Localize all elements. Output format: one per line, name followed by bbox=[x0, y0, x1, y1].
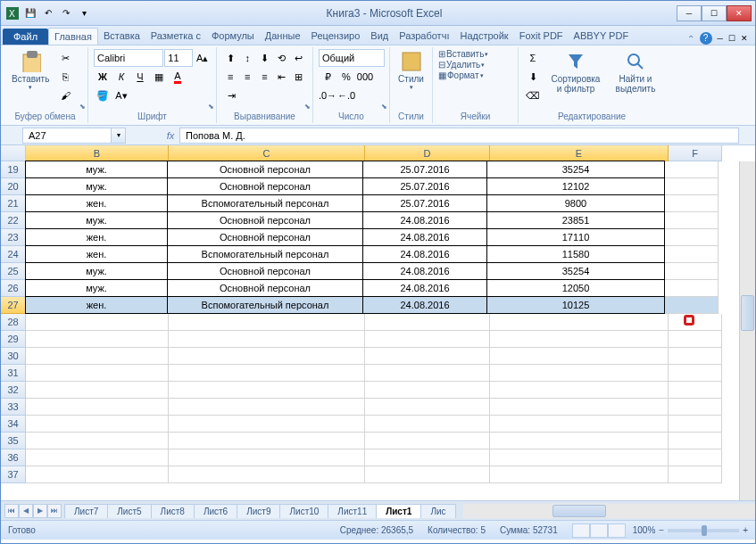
cell-E37[interactable] bbox=[490, 466, 669, 483]
ribbon-tab-8[interactable]: Надстройк bbox=[454, 28, 513, 45]
cell-F35[interactable] bbox=[669, 433, 722, 449]
cell-E20[interactable]: 12102 bbox=[486, 177, 665, 195]
page-break-view-button[interactable] bbox=[608, 523, 626, 538]
close-button[interactable]: ✕ bbox=[727, 5, 752, 21]
cell-C28[interactable] bbox=[169, 314, 365, 331]
row-header-25[interactable]: 25 bbox=[1, 263, 26, 280]
column-header-D[interactable]: D bbox=[365, 145, 490, 161]
ribbon-tab-10[interactable]: ABBYY PDF bbox=[569, 28, 635, 45]
font-size-combo[interactable]: 11 bbox=[164, 49, 193, 67]
align-center-icon[interactable]: ≡ bbox=[239, 68, 255, 86]
row-header-28[interactable]: 28 bbox=[1, 314, 26, 331]
help-icon[interactable]: ? bbox=[700, 32, 712, 45]
row-header-21[interactable]: 21 bbox=[1, 195, 26, 212]
cell-D24[interactable]: 24.08.2016 bbox=[362, 245, 487, 263]
normal-view-button[interactable] bbox=[572, 523, 590, 538]
copy-icon[interactable]: ⎘ bbox=[56, 68, 74, 86]
sheet-nav-last[interactable]: ⏭ bbox=[47, 504, 62, 518]
cell-D25[interactable]: 24.08.2016 bbox=[362, 262, 487, 280]
decrease-font-icon[interactable]: A▾ bbox=[112, 87, 130, 104]
cell-F20[interactable] bbox=[665, 178, 719, 195]
cell-B31[interactable] bbox=[26, 365, 169, 382]
cell-D29[interactable] bbox=[365, 331, 490, 348]
align-middle-icon[interactable]: ↕ bbox=[239, 49, 255, 67]
font-dialog-launcher[interactable]: ⬊ bbox=[208, 103, 214, 111]
wrap-text-icon[interactable]: ↩ bbox=[291, 49, 307, 67]
cell-C34[interactable] bbox=[169, 416, 365, 433]
cell-B19[interactable]: муж. bbox=[25, 161, 168, 178]
column-header-B[interactable]: B bbox=[26, 145, 169, 161]
row-header-37[interactable]: 37 bbox=[1, 466, 26, 483]
cell-D26[interactable]: 24.08.2016 bbox=[362, 279, 487, 297]
cell-E22[interactable]: 23851 bbox=[486, 211, 665, 229]
font-name-combo[interactable]: Calibri bbox=[94, 49, 163, 67]
comma-icon[interactable]: 000 bbox=[356, 68, 374, 86]
zoom-out-button[interactable]: − bbox=[659, 525, 664, 535]
cell-B20[interactable]: муж. bbox=[25, 177, 168, 195]
qat-more-icon[interactable]: ▾ bbox=[76, 5, 92, 21]
cell-D33[interactable] bbox=[365, 399, 490, 416]
cell-B37[interactable] bbox=[26, 466, 169, 483]
sheet-nav-first[interactable]: ⏮ bbox=[4, 504, 19, 518]
insert-cells-button[interactable]: ⊞Вставить▾ bbox=[438, 49, 512, 59]
cell-D36[interactable] bbox=[365, 449, 490, 466]
cell-E34[interactable] bbox=[490, 416, 669, 433]
cell-B24[interactable]: жен. bbox=[25, 245, 168, 263]
cell-F22[interactable] bbox=[665, 212, 719, 229]
merge-icon[interactable]: ⊞ bbox=[291, 68, 307, 86]
cell-B23[interactable]: жен. bbox=[25, 228, 168, 246]
doc-restore-icon[interactable]: ☐ bbox=[728, 34, 735, 43]
file-tab[interactable]: Файл bbox=[3, 29, 48, 45]
cell-D23[interactable]: 24.08.2016 bbox=[362, 228, 487, 246]
redo-icon[interactable]: ↷ bbox=[58, 5, 74, 21]
align-bottom-icon[interactable]: ⬇ bbox=[256, 49, 272, 67]
fill-color-icon[interactable]: 🪣 bbox=[94, 87, 112, 104]
row-header-35[interactable]: 35 bbox=[1, 433, 26, 449]
cell-C27[interactable]: Вспомогательный персонал bbox=[167, 296, 363, 314]
cell-F24[interactable] bbox=[665, 246, 719, 263]
cell-D32[interactable] bbox=[365, 382, 490, 399]
select-all-corner[interactable] bbox=[1, 145, 26, 161]
cell-E31[interactable] bbox=[490, 365, 669, 382]
sheet-tab-0[interactable]: Лист7 bbox=[64, 504, 108, 518]
cell-E33[interactable] bbox=[490, 399, 669, 416]
bold-button[interactable]: Ж bbox=[94, 68, 112, 86]
row-header-23[interactable]: 23 bbox=[1, 229, 26, 246]
cell-C30[interactable] bbox=[169, 348, 365, 365]
number-format-combo[interactable]: Общий bbox=[319, 49, 385, 67]
delete-cells-button[interactable]: ⊟Удалить▾ bbox=[438, 60, 512, 70]
cell-E21[interactable]: 9800 bbox=[486, 194, 665, 212]
cell-E26[interactable]: 12050 bbox=[486, 279, 665, 297]
horizontal-scroll-thumb[interactable] bbox=[552, 505, 606, 517]
cell-D30[interactable] bbox=[365, 348, 490, 365]
decrease-indent-icon[interactable]: ⇤ bbox=[274, 68, 290, 86]
fill-icon[interactable]: ⬇ bbox=[524, 68, 542, 86]
clipboard-dialog-launcher[interactable]: ⬊ bbox=[79, 103, 86, 111]
column-header-C[interactable]: C bbox=[169, 145, 365, 161]
italic-button[interactable]: К bbox=[112, 68, 130, 86]
clear-icon[interactable]: ⌫ bbox=[524, 87, 542, 104]
cell-E30[interactable] bbox=[490, 348, 669, 365]
underline-button[interactable]: Ч bbox=[131, 68, 149, 86]
cell-E24[interactable]: 11580 bbox=[486, 245, 665, 263]
cell-B25[interactable]: муж. bbox=[25, 262, 168, 280]
cell-E23[interactable]: 17110 bbox=[486, 228, 665, 246]
row-header-24[interactable]: 24 bbox=[1, 246, 26, 263]
zoom-slider[interactable] bbox=[668, 529, 739, 532]
row-header-29[interactable]: 29 bbox=[1, 331, 26, 348]
currency-icon[interactable]: ₽ bbox=[319, 68, 336, 86]
cell-F37[interactable] bbox=[669, 466, 722, 483]
ribbon-tab-4[interactable]: Данные bbox=[260, 28, 306, 45]
cell-E29[interactable] bbox=[490, 331, 669, 348]
minimize-ribbon-icon[interactable]: ⌃ bbox=[687, 34, 694, 44]
cell-E27[interactable]: 10125 bbox=[486, 296, 665, 314]
sheet-nav-prev[interactable]: ◀ bbox=[19, 504, 33, 518]
fill-handle[interactable] bbox=[684, 315, 694, 326]
format-cells-button[interactable]: ▦Формат▾ bbox=[438, 70, 512, 80]
cell-B21[interactable]: жен. bbox=[25, 194, 168, 212]
ribbon-tab-5[interactable]: Рецензиро bbox=[306, 28, 366, 45]
cell-B30[interactable] bbox=[26, 348, 169, 365]
cell-D28[interactable] bbox=[365, 314, 490, 331]
cell-B33[interactable] bbox=[26, 399, 169, 416]
ribbon-tab-9[interactable]: Foxit PDF bbox=[514, 28, 569, 45]
